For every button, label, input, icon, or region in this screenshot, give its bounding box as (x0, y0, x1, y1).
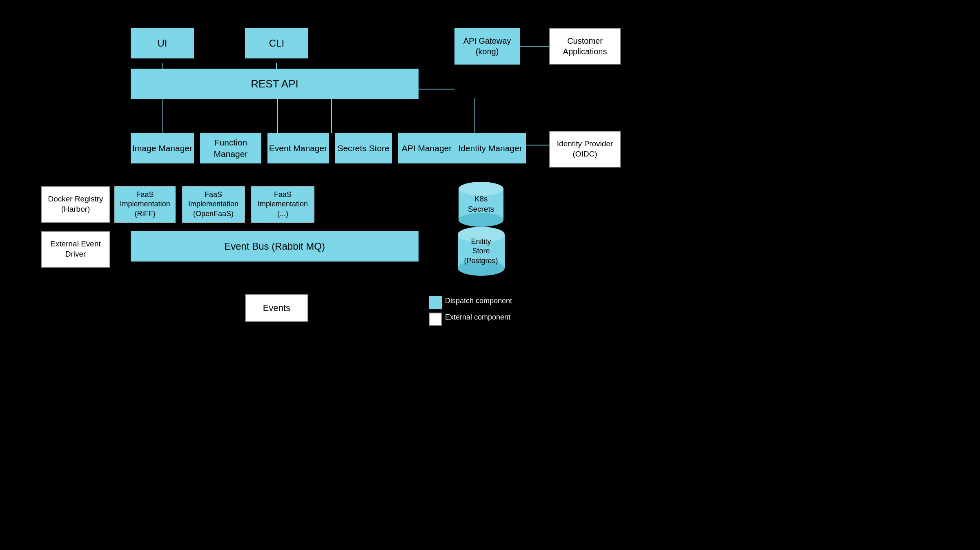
secrets-store-box: Secrets Store (335, 133, 392, 163)
identity-provider-box: Identity Provider(OIDC) (549, 131, 621, 168)
faas-openfaas-box: FaaSImplementation(OpenFaaS) (182, 186, 245, 223)
event-manager-box: Event Manager (267, 133, 329, 163)
external-event-driver-box: External EventDriver (41, 231, 110, 268)
image-manager-box: Image Manager (131, 133, 194, 163)
api-gateway-box: API Gateway(kong) (454, 28, 520, 65)
customer-applications-box: Customer Applications (549, 28, 621, 65)
ui-box: UI (131, 28, 194, 58)
identity-manager-box: Identity Manager (454, 133, 526, 163)
function-manager-box: FunctionManager (200, 133, 261, 163)
entity-store-cylinder: EnitityStore(Postgres) (454, 227, 508, 276)
legend-white-label: External component (445, 313, 510, 322)
k8s-secrets-cylinder: K8sSecrets (454, 182, 508, 227)
legend-white-square (429, 313, 442, 326)
legend-blue-label: Dispatch component (445, 297, 512, 305)
docker-registry-box: Docker Registry(Harbor) (41, 186, 110, 223)
event-bus-box: Event Bus (Rabbit MQ) (131, 231, 419, 262)
api-manager-box: API Manager (398, 133, 455, 163)
events-box: Events (245, 294, 308, 322)
faas-ellipsis-box: FaaSImplementation(...) (251, 186, 314, 223)
legend-blue-square (429, 296, 442, 309)
rest-api-box: REST API (131, 69, 419, 99)
cli-box: CLI (245, 28, 308, 58)
faas-riff-box: FaaSImplementation(RiFF) (114, 186, 176, 223)
